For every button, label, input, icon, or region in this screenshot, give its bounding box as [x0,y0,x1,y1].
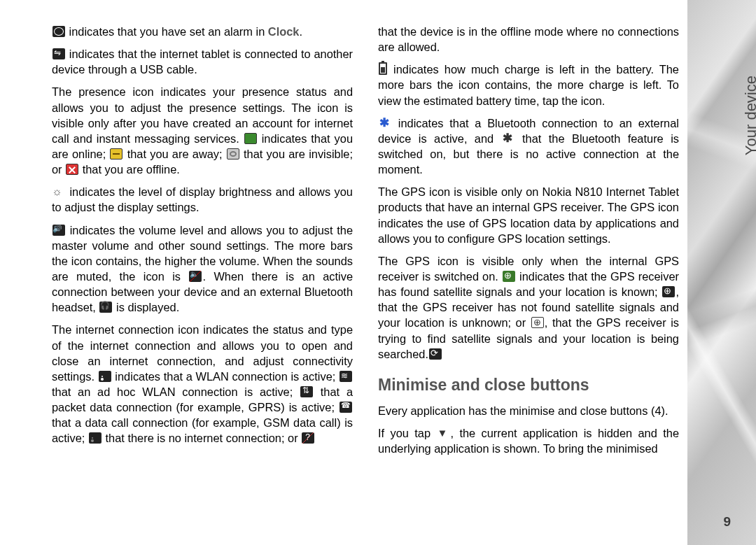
para-connection: The internet connection icon indicates t… [52,322,353,446]
para-bluetooth: indicates that a Bluetooth connection to… [378,115,679,178]
volume-icon [52,225,65,236]
side-margin: Your device 9 [687,0,756,545]
brightness-icon [52,186,65,197]
bluetooth-on-icon [502,133,514,144]
bluetooth-active-icon [379,118,391,129]
para-brightness: indicates the level of display brightnes… [52,184,353,215]
text: . [299,25,302,38]
para-min-tap: If you tap , the current application is … [378,425,679,456]
mute-icon [189,271,202,282]
para-usb: indicates that the internet tablet is co… [52,46,353,77]
heading-minimise-close: Minimise and close buttons [378,374,679,396]
wlan-icon [99,371,111,382]
text: that there is no internet connection; or [102,432,301,444]
packet-data-icon [300,386,313,397]
right-column: that the device is in the offline mode w… [378,24,679,521]
text: indicates that you have set an alarm in [66,25,268,38]
para-gps-states: The GPS icon is visible only when the in… [378,253,679,362]
para-alarm: indicates that you have set an alarm in … [52,24,353,39]
battery-icon [379,62,387,75]
text: If you tap [378,427,436,439]
gps-unknown-icon [531,317,544,328]
offline-mode-icon [302,432,314,444]
para-battery: indicates how much charge is left in the… [378,62,679,108]
page-number: 9 [723,514,731,530]
gps-found-icon [503,271,515,282]
data-call-icon [340,402,352,413]
left-column: indicates that you have set an alarm in … [52,24,353,521]
text: indicates that a WLAN connection is acti… [112,370,339,383]
wlan-adhoc-icon [340,371,352,382]
presence-offline-icon [66,164,78,175]
para-volume: indicates the volume level and allows yo… [52,222,353,316]
gps-known-icon [662,286,675,297]
text: is displayed. [113,301,179,313]
text: indicates that the internet tablet is co… [52,48,353,76]
para-offline-cont: that the device is in the offline mode w… [378,24,679,55]
gps-searching-icon [429,348,442,360]
para-min-intro: Every application has the minimise and c… [378,403,679,418]
para-gps-intro: The GPS icon is visible only on Nokia N8… [378,184,679,246]
clock-app-name: Clock [268,25,300,38]
text: indicates the level of display brightnes… [52,185,353,213]
para-presence: The presence icon indicates your presenc… [52,84,353,177]
text: that you are offline. [79,163,180,176]
text: that you are away; [123,148,225,160]
text: that an ad hoc WLAN connection is active… [52,385,300,398]
presence-invisible-icon [227,148,239,160]
section-title: Your device [742,76,756,155]
page-content: indicates that you have set an alarm in … [52,24,679,521]
presence-away-icon [110,148,122,160]
minimise-icon [437,427,449,439]
no-connection-icon [89,432,102,444]
usb-icon [52,48,65,59]
presence-online-icon [244,133,257,144]
bt-headset-icon [99,302,112,313]
alarm-clock-icon [52,26,65,37]
text: indicates how much charge is left in the… [378,63,679,106]
